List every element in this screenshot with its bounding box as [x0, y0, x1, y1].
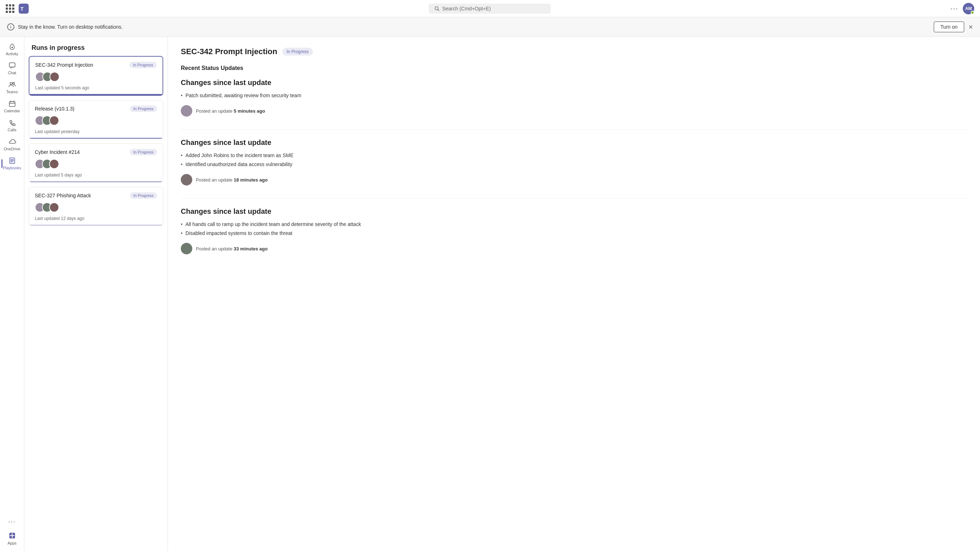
run-card-title-4: SEC-327 Phishing Attack: [35, 193, 91, 198]
in-progress-badge-4: In Progress: [130, 192, 157, 199]
close-notification-button[interactable]: ×: [969, 23, 973, 31]
chat-icon: [8, 62, 16, 70]
svg-point-6: [10, 83, 12, 84]
teams-logo-icon: T: [19, 3, 29, 14]
turn-on-button[interactable]: Turn on: [934, 22, 964, 32]
run-card-cyber214[interactable]: Cyber Incident #214 In Progress Last upd…: [29, 143, 163, 183]
bullet-item: Patch submitted, awaiting review from se…: [181, 92, 967, 99]
run-card-title: SEC-342 Prompt Injection: [35, 62, 93, 68]
run-card-header-2: Release (v10.1.3) In Progress: [35, 105, 157, 112]
playbooks-icon: [8, 157, 16, 165]
recent-status-label: Recent Status Updates: [181, 65, 967, 72]
sidebar-label-calls: Calls: [8, 128, 16, 132]
runs-list: SEC-342 Prompt Injection In Progress Las…: [24, 56, 167, 230]
avatar-2-3: [49, 116, 59, 126]
run-card-avatars-2: [35, 116, 157, 126]
bullet-list-2: Added John Robins to the incident team a…: [181, 152, 967, 168]
svg-rect-5: [10, 63, 15, 67]
run-card-avatars-3: [35, 159, 157, 169]
grid-icon[interactable]: [6, 4, 14, 13]
sidebar-label-calendar: Calendar: [4, 109, 20, 113]
sidebar-item-apps[interactable]: Apps: [2, 529, 23, 548]
bullet-list-3: All hands call to ramp up the incident t…: [181, 221, 967, 237]
onedrive-icon: [8, 138, 16, 146]
bullet-item: Disabled impacted systems to contain the…: [181, 229, 967, 237]
notification-banner: i Stay in the know. Turn on desktop noti…: [0, 17, 980, 37]
sidebar-item-onedrive[interactable]: OneDrive: [2, 135, 23, 154]
divider-2: [181, 198, 967, 199]
calendar-icon: [8, 100, 16, 108]
updater-avatar-1: [181, 105, 192, 116]
svg-point-7: [13, 83, 14, 84]
search-placeholder: Search (Cmd+Opt+E): [442, 6, 491, 11]
updater-avatar-2: [181, 174, 192, 185]
status-dot: [970, 11, 974, 14]
sidebar-item-playbooks[interactable]: Playbooks: [2, 154, 23, 173]
run-card-header-4: SEC-327 Phishing Attack In Progress: [35, 192, 157, 199]
notif-actions: Turn on ×: [934, 22, 973, 32]
divider-1: [181, 129, 967, 130]
right-panel-title: SEC-342 Prompt Injection: [181, 47, 277, 56]
bullet-item: Identified unauthorized data access vuln…: [181, 161, 967, 168]
update-footer-1: Posted an update 5 minutes ago: [181, 105, 967, 116]
right-panel: SEC-342 Prompt Injection In Progress Rec…: [168, 37, 980, 551]
run-card-header-3: Cyber Incident #214 In Progress: [35, 149, 157, 155]
sidebar-item-teams[interactable]: Teams: [2, 78, 23, 97]
bullet-list-1: Patch submitted, awaiting review from se…: [181, 92, 967, 99]
run-card-time: Last updated 5 seconds ago: [35, 85, 157, 91]
avatar-4-3: [49, 202, 59, 212]
more-icon: ···: [8, 518, 16, 526]
run-card-bar-4: [29, 225, 163, 226]
changes-section-3: Changes since last update All hands call…: [181, 207, 967, 254]
search-bar[interactable]: Search (Cmd+Opt+E): [429, 3, 550, 14]
sidebar-label-activity: Activity: [6, 52, 18, 56]
update-text-1: Posted an update 5 minutes ago: [196, 108, 265, 114]
calls-icon: [8, 119, 16, 127]
user-avatar[interactable]: AM: [963, 3, 974, 14]
bullet-item: Added John Robins to the incident team a…: [181, 152, 967, 159]
in-progress-badge-2: In Progress: [130, 105, 157, 112]
update-footer-3: Posted an update 33 minutes ago: [181, 243, 967, 254]
run-card-sec342[interactable]: SEC-342 Prompt Injection In Progress Las…: [29, 56, 163, 96]
sidebar-label-playbooks: Playbooks: [3, 166, 21, 170]
sidebar-item-activity[interactable]: Activity: [2, 40, 23, 59]
right-panel-header: SEC-342 Prompt Injection In Progress: [181, 47, 967, 56]
update-text-2: Posted an update 18 minutes ago: [196, 177, 267, 183]
topbar-right: ··· AM: [950, 3, 974, 14]
teams-icon: [8, 81, 16, 89]
left-panel: Runs in progress SEC-342 Prompt Injectio…: [24, 37, 168, 551]
update-text-3: Posted an update 33 minutes ago: [196, 246, 267, 252]
sidebar-label-teams: Teams: [6, 90, 18, 94]
run-card-bar-3: [29, 181, 163, 182]
run-card-sec327[interactable]: SEC-327 Phishing Attack In Progress Last…: [29, 187, 163, 226]
notif-message: Stay in the know. Turn on desktop notifi…: [18, 24, 123, 30]
changes-section-2: Changes since last update Added John Rob…: [181, 139, 967, 185]
run-card-header: SEC-342 Prompt Injection In Progress: [35, 62, 157, 68]
run-card-time-2: Last updated yesterday: [35, 129, 157, 134]
bullet-item: All hands call to ramp up the incident t…: [181, 221, 967, 228]
active-indicator: [2, 159, 3, 168]
changes-title-3: Changes since last update: [181, 207, 967, 216]
svg-rect-8: [10, 102, 15, 107]
avatar-3-3: [49, 159, 59, 169]
svg-point-4: [11, 47, 13, 48]
more-options-button[interactable]: ···: [950, 4, 958, 13]
sidebar-item-calls[interactable]: Calls: [2, 116, 23, 135]
sidebar-item-chat[interactable]: Chat: [2, 59, 23, 78]
sidebar: Activity Chat Teams: [0, 37, 24, 551]
search-icon: [434, 6, 439, 11]
run-card-title-2: Release (v10.1.3): [35, 106, 75, 111]
in-progress-badge: In Progress: [129, 62, 157, 68]
run-card-bar: [29, 94, 162, 95]
update-footer-2: Posted an update 18 minutes ago: [181, 174, 967, 185]
sidebar-item-calendar[interactable]: Calendar: [2, 97, 23, 116]
run-card-time-3: Last updated 5 days ago: [35, 172, 157, 178]
run-card-avatars-4: [35, 202, 157, 212]
run-card-release[interactable]: Release (v10.1.3) In Progress Last updat…: [29, 100, 163, 139]
topbar-left: T: [6, 3, 29, 14]
run-card-time-4: Last updated 12 days ago: [35, 216, 157, 221]
sidebar-label-apps: Apps: [8, 541, 16, 545]
notif-left: i Stay in the know. Turn on desktop noti…: [7, 23, 123, 30]
sidebar-item-more[interactable]: ···: [2, 515, 23, 529]
info-icon: i: [7, 23, 14, 30]
